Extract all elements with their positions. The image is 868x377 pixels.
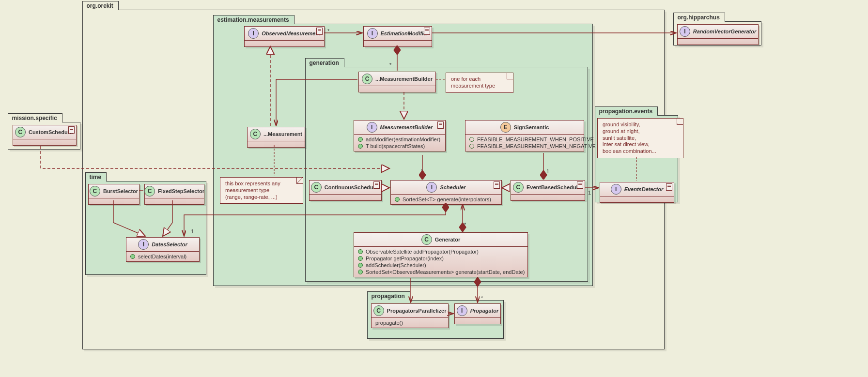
package-tab: time xyxy=(85,172,107,181)
class-name: FixedStepSelector xyxy=(158,188,204,194)
interface-icon: I xyxy=(611,184,621,195)
enum-value: FEASIBLE_MEASUREMENT_WHEN_NEGATIVE xyxy=(477,143,596,149)
method: selectDates(interval) xyxy=(138,254,186,259)
interface-measurement-builder: I MeasurementBuilder addModifier(estimat… xyxy=(354,120,446,151)
class-custom-scheduler: C CustomScheduler xyxy=(13,125,77,146)
class-icon: C xyxy=(373,305,384,316)
stereotype-icon xyxy=(424,28,430,35)
interface-icon: I xyxy=(680,26,690,37)
method: SortedSet<T> generate(interpolators) xyxy=(403,196,491,202)
class-generator: C Generator ObservableSatellite addPropa… xyxy=(354,232,528,277)
class-estimation-modifier: I EstimationModifier xyxy=(363,26,432,47)
class-icon: C xyxy=(362,74,372,84)
class-icon: C xyxy=(144,186,155,196)
method: Propagator getPropagator(index) xyxy=(366,256,444,261)
note-line: this box represents any xyxy=(225,181,298,187)
stereotype-icon xyxy=(316,28,323,35)
class-name: ContinuousScheduler xyxy=(325,184,380,190)
stereotype-icon xyxy=(666,183,672,191)
method: addModifier(estimationModifier) xyxy=(366,136,440,142)
mult-label: * xyxy=(389,62,391,68)
class-name: SignSemantic xyxy=(514,124,549,130)
class-name: ObservedMeasurement xyxy=(262,30,321,36)
note-line: one for each xyxy=(451,76,508,83)
package-tab: propagation xyxy=(367,291,410,301)
interface-events-detector: I EventsDetector xyxy=(600,182,674,203)
package-tab: org.orekit xyxy=(82,1,119,10)
class-event-based-scheduler: C EventBasedScheduler xyxy=(511,180,585,201)
note-measurement-builder: one for each measurement type xyxy=(446,73,513,93)
class-icon: C xyxy=(250,129,261,139)
class-name: DatesSelector xyxy=(152,241,187,247)
enum-icon: E xyxy=(500,122,511,133)
note-line: ground visibility, xyxy=(603,121,678,128)
mult-label: 1 xyxy=(588,190,591,196)
method-bullet xyxy=(358,249,363,254)
method-bullet xyxy=(395,197,400,202)
note-line: ground at night, xyxy=(603,128,678,135)
stereotype-icon xyxy=(577,181,583,189)
stereotype-icon xyxy=(373,181,380,189)
enum-value: FEASIBLE_MEASUREMENT_WHEN_POSITIVE xyxy=(477,136,594,142)
class-name: Generator xyxy=(435,237,461,242)
interface-icon: I xyxy=(138,239,149,250)
enum-sign-semantic: E SignSemantic FEASIBLE_MEASUREMENT_WHEN… xyxy=(465,120,584,151)
class-burst-selector: C BurstSelector xyxy=(88,184,140,205)
method: SortedSet<ObservedMeasurements> generate… xyxy=(366,269,525,275)
class-icon: C xyxy=(311,182,322,193)
class-observed-measurement: I ObservedMeasurement xyxy=(244,26,325,47)
class-name: CustomScheduler xyxy=(29,129,74,135)
mult-label: * xyxy=(464,222,466,227)
mult-label: 1 xyxy=(546,168,549,174)
method: T build(spacecraftStates) xyxy=(366,143,425,149)
method-bullet xyxy=(358,270,363,274)
enum-bullet xyxy=(469,144,474,149)
note-measurement: this box represents any measurement type… xyxy=(220,177,303,204)
stereotype-icon xyxy=(494,181,500,189)
class-propagators-parallelizer: C PropagatorsParallelizer propagate() xyxy=(371,303,449,328)
enum-bullet xyxy=(469,137,474,142)
method-bullet xyxy=(358,137,363,142)
stereotype-icon xyxy=(437,121,444,129)
package-tab: generation xyxy=(305,58,344,67)
package-tab: propagation.events xyxy=(595,106,658,116)
method-bullet xyxy=(358,144,363,149)
note-line: inter sat direct view, xyxy=(603,141,678,148)
mult-label: * xyxy=(327,28,329,34)
class-icon: C xyxy=(15,127,26,137)
class-name: RandomVectorGenerator xyxy=(693,29,756,34)
mult-label: * xyxy=(481,295,483,301)
note-line: boolean combination... xyxy=(603,148,678,155)
class-name: EstimationModifier xyxy=(381,30,429,36)
package-tab: mission.specific xyxy=(8,113,62,122)
mult-label: 1 xyxy=(420,168,423,174)
package-tab: estimation.measurements xyxy=(213,15,294,24)
note-line: (range, range-rate, ...) xyxy=(225,194,298,201)
stereotype-icon xyxy=(68,126,75,134)
interface-icon: I xyxy=(457,305,467,316)
mult-label: 1 xyxy=(191,228,194,234)
class-icon: C xyxy=(513,182,524,193)
class-name: Scheduler xyxy=(440,184,465,190)
method: ObservableSatellite addPropagator(Propag… xyxy=(366,249,479,255)
class-name: MeasurementBuilder xyxy=(380,124,433,130)
method-bullet xyxy=(358,263,363,268)
class-name: EventBasedScheduler xyxy=(527,184,583,190)
class-any-measurement: C ...Measurement xyxy=(247,127,305,148)
interface-icon: I xyxy=(367,28,378,39)
class-fixed-step-selector: C FixedStepSelector xyxy=(144,184,204,205)
class-name: EventsDetector xyxy=(624,186,664,192)
method-bullet xyxy=(358,256,363,261)
note-events: ground visibility, ground at night, sunl… xyxy=(597,118,683,158)
interface-icon: I xyxy=(248,28,259,39)
class-name: ...Measurement xyxy=(264,131,302,137)
class-name: PropagatorsParallelizer xyxy=(387,308,447,314)
note-line: sunlit satellite, xyxy=(603,135,678,142)
package-tab: org.hipparchus xyxy=(673,13,725,22)
class-name: BurstSelector xyxy=(103,188,138,194)
class-continuous-scheduler: C ContinuousScheduler xyxy=(309,180,382,201)
interface-scheduler: I Scheduler SortedSet<T> generate(interp… xyxy=(390,180,502,205)
note-line: measurement type xyxy=(225,187,298,194)
class-name: Propagator xyxy=(470,308,499,314)
note-line: measurement type xyxy=(451,83,508,90)
